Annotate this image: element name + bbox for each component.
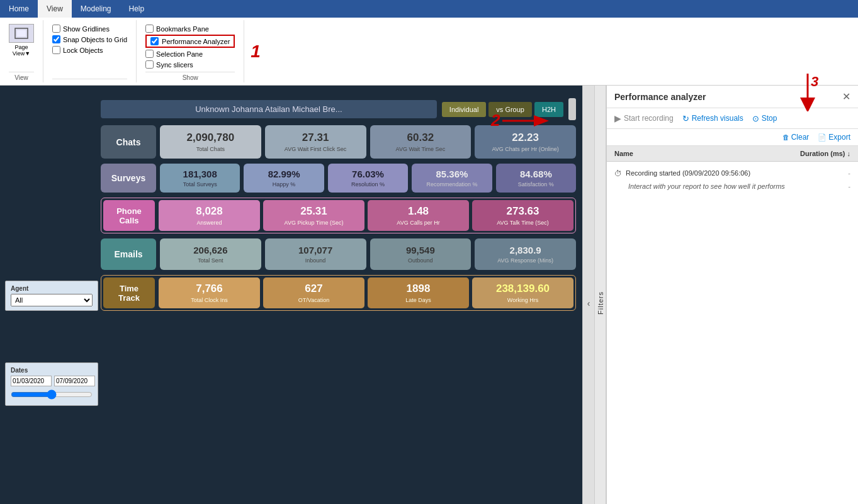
surveys-value-5: 84.68% (520, 169, 552, 179)
emails-label: Emails (101, 238, 156, 270)
emails-label-1: Total Sent (198, 257, 223, 264)
scroll-stub[interactable] (568, 98, 576, 120)
emails-label-3: Outbound (408, 257, 433, 264)
timetrack-card-1: 7,766 Total Clock Ins (159, 277, 260, 308)
phone-value-1: 8,028 (196, 205, 223, 218)
perf-panel-actions: ▶ Start recording ↻ Refresh visuals ⊙ St… (607, 108, 858, 129)
emails-cards: 206,626 Total Sent 107,077 Inbound 99,54… (160, 238, 576, 270)
play-icon: ▶ (614, 113, 621, 123)
refresh-visuals-label: Refresh visuals (692, 114, 743, 123)
timetrack-card-2: 627 OT/Vacation (263, 277, 364, 308)
show-gridlines-checkbox[interactable]: Show Gridlines (52, 24, 127, 33)
page-view-section: PageView▼ View (0, 20, 43, 82)
clear-label: Clear (791, 133, 810, 142)
report-content: Unknown Johanna Atailan Michael Bre... I… (101, 98, 576, 504)
emails-card-3: 99,549 Outbound (370, 238, 471, 270)
tab-bar: Home View Modeling Help (0, 0, 858, 18)
selection-pane-label: Selection Pane (156, 50, 203, 58)
interact-hint: Interact with your report to see how wel… (614, 181, 850, 192)
tab-view[interactable]: View (38, 0, 72, 18)
stop-btn[interactable]: ⊙ Stop (752, 114, 777, 123)
filters-label: Filters (597, 291, 604, 315)
agent-filter-select[interactable]: All (11, 294, 93, 306)
start-recording-btn[interactable]: ▶ Start recording (614, 113, 674, 123)
phone-row: Phone Calls 8,028 Answered 25.31 AVG Pic… (101, 198, 576, 233)
collapse-panel-btn[interactable]: ‹ (582, 86, 595, 504)
annotation-number-2: 2 (491, 111, 500, 130)
agent-filter-box: Agent All (5, 281, 98, 311)
performance-analyzer-label: Performance Analyzer (162, 38, 230, 45)
surveys-value-4: 85.36% (436, 169, 468, 179)
performance-analyzer-btn[interactable]: Performance Analyzer (145, 35, 235, 48)
phone-label-1: Answered (196, 220, 222, 226)
surveys-card-5: 84.68% Satisfaction % (496, 164, 576, 193)
emails-row: Emails 206,626 Total Sent 107,077 Inboun… (101, 238, 576, 270)
filters-sidebar: Filters (595, 86, 606, 504)
ribbon-body: PageView▼ View Show Gridlines Snap Objec… (0, 18, 858, 86)
tab-modeling[interactable]: Modeling (72, 0, 120, 18)
phone-card-3: 1.48 AVG Calls per Hr (368, 200, 469, 231)
perf-table-header: Name Duration (ms) ↓ (607, 146, 858, 162)
phone-label-3: AVG Calls per Hr (397, 220, 439, 226)
date-range-inputs (11, 376, 93, 386)
timetrack-label-4: Working Hrs (507, 297, 538, 303)
timetrack-label-3: Late Days (405, 297, 431, 303)
chats-label-1: Total Chats (196, 146, 225, 152)
date-start-input[interactable] (11, 376, 52, 386)
phone-card-1: 8,028 Answered (159, 200, 260, 231)
sync-slicers-checkbox[interactable]: Sync slicers (145, 60, 235, 69)
tab-help[interactable]: Help (120, 0, 154, 18)
surveys-label-3: Resolution % (351, 181, 385, 188)
phone-card-2: 25.31 AVG Pickup Time (Sec) (263, 200, 364, 231)
timetrack-label: Time Track (103, 277, 155, 308)
chats-card-3: 60.32 AVG Wait Time Sec (370, 125, 471, 159)
page-view-icon[interactable] (9, 24, 34, 43)
export-btn[interactable]: 📄 Export (818, 133, 850, 142)
phone-cards: 8,028 Answered 25.31 AVG Pickup Time (Se… (159, 200, 573, 231)
snap-objects-checkbox[interactable]: Snap Objects to Grid (52, 35, 127, 44)
phone-value-3: 1.48 (408, 205, 429, 218)
timetrack-value-1: 7,766 (196, 283, 223, 295)
sort-icon[interactable]: ↓ (847, 150, 851, 157)
individual-btn[interactable]: Individual (442, 102, 486, 117)
chats-value-3: 60.32 (407, 132, 434, 144)
lock-objects-checkbox[interactable]: Lock Objects (52, 45, 127, 55)
surveys-label-4: Recommendation % (426, 181, 477, 188)
stop-label: Stop (762, 114, 777, 123)
tab-home[interactable]: Home (0, 0, 38, 18)
timetrack-label-2: OT/Vacation (298, 297, 329, 303)
surveys-value-3: 76.03% (352, 169, 384, 179)
timetrack-value-3: 1898 (407, 283, 431, 295)
surveys-card-2: 82.99% Happy % (244, 164, 324, 193)
export-icon: 📄 (818, 133, 827, 142)
timetrack-card-4: 238,139.60 Working Hrs (472, 277, 573, 308)
main-area: 2 Unknown Johanna Atailan Michael Bre...… (0, 86, 858, 504)
perf-panel-close-btn[interactable]: ✕ (842, 91, 850, 103)
col-duration-header: Duration (ms) ↓ (781, 150, 850, 157)
bookmarks-pane-checkbox[interactable]: Bookmarks Pane (145, 24, 235, 33)
chats-label-3: AVG Wait Time Sec (396, 146, 446, 152)
selection-pane-checkbox[interactable]: Selection Pane (145, 49, 235, 59)
timetrack-row: Time Track 7,766 Total Clock Ins 627 OT/… (101, 275, 576, 311)
chats-value-4: 22.23 (512, 132, 539, 144)
chats-value-2: 27.31 (302, 132, 329, 144)
surveys-label-1: Total Surveys (183, 181, 217, 188)
refresh-visuals-btn[interactable]: ↻ Refresh visuals (682, 114, 743, 123)
show-section-label (52, 79, 127, 81)
date-end-input[interactable] (54, 376, 95, 386)
chats-label-4: AVG Chats per Hr (Online) (492, 146, 558, 152)
performance-analyzer-checkbox[interactable] (150, 37, 159, 45)
show-gridlines-label: Show Gridlines (63, 25, 110, 33)
view-section-label: View (9, 72, 34, 81)
surveys-card-4: 85.36% Recommendation % (412, 164, 492, 193)
emails-card-2: 107,077 Inbound (265, 238, 366, 270)
page-view-btn[interactable]: PageView▼ (13, 44, 30, 57)
date-range-slider[interactable] (11, 389, 93, 400)
chats-card-1: 2,090,780 Total Chats (160, 125, 261, 159)
dates-filter-label: Dates (11, 367, 93, 374)
pane-section: Bookmarks Pane Performance Analyzer Sele… (137, 20, 244, 82)
sync-slicers-label: Sync slicers (156, 61, 193, 69)
snap-objects-label: Snap Objects to Grid (63, 36, 127, 43)
clear-btn[interactable]: 🗑 Clear (782, 133, 810, 142)
emails-value-3: 99,549 (406, 245, 435, 255)
